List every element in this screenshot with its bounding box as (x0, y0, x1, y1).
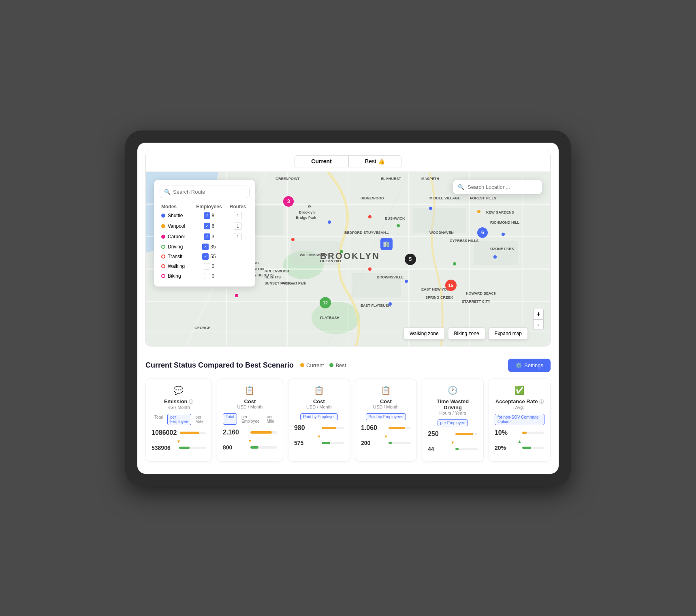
section-title: Current Status Compared to Best Scenario (145, 361, 294, 370)
bottom-section: Current Status Compared to Best Scenario… (145, 355, 551, 466)
mode-employees-cell[interactable]: ✓3 (192, 231, 226, 242)
card-current-row: 1.060 (361, 424, 411, 432)
search-location-panel[interactable]: 🔍 (453, 180, 542, 194)
card-best-row: 575 (294, 440, 344, 446)
trend-arrow-down: ▼ (294, 434, 344, 439)
checkbox-checked[interactable]: ✓ (204, 223, 210, 229)
metric-card-2: 📋 Cost USD / Month Paid by Employer 980 … (288, 379, 350, 462)
section-header: Current Status Compared to Best Scenario… (145, 359, 551, 372)
card-current-value: 250 (428, 430, 452, 438)
mode-label-cell: Biking (160, 271, 192, 281)
card-best-value: 538906 (152, 445, 176, 451)
best-bar-track (522, 447, 544, 449)
tab-best[interactable]: Best 👍 (348, 155, 401, 167)
device-screen: Current Best 👍 (137, 143, 559, 474)
checkbox-empty[interactable] (204, 273, 210, 279)
tab-bar: Current Best 👍 (146, 151, 550, 172)
map-dot-4 (429, 207, 432, 210)
card-tab[interactable]: Paid by Employer (300, 413, 337, 420)
legend-best: Best (329, 362, 346, 368)
mode-routes-cell: 1 (226, 210, 250, 221)
mode-employees-cell[interactable]: 0 (192, 271, 226, 281)
mode-label-cell: Walking (160, 261, 192, 271)
card-tabs: Totalper Employeeper Mile (152, 414, 206, 425)
map-dot-13 (235, 294, 238, 297)
current-bar-track (389, 427, 411, 429)
search-route-panel: 🔍 Modes Employees Routes Shut (154, 180, 255, 287)
map-bottom-buttons: Walking zone Biking zone Expand map (404, 327, 528, 340)
expand-map-btn[interactable]: Expand map (489, 327, 528, 340)
map-container: ELMHURST MASPETH GREENPOINT RIDGEWOOD MI… (146, 172, 550, 346)
map-pin-3[interactable]: 3 (283, 196, 294, 207)
zoom-in-btn[interactable]: + (533, 309, 544, 319)
best-bar-track (250, 446, 277, 449)
card-subtitle: Hours / Years (428, 411, 478, 415)
card-best-row: 20% (495, 445, 544, 451)
metric-card-4: 🕐 Time Wasted Driving Hours / Years per … (422, 379, 484, 462)
card-tab[interactable]: per Employee (438, 419, 468, 426)
card-tab[interactable]: per Mile (193, 414, 206, 425)
card-tab[interactable]: per Mile (264, 413, 277, 425)
mode-employees-cell[interactable]: ✓8 (192, 210, 226, 221)
checkbox-checked[interactable]: ✓ (204, 212, 210, 219)
mode-label-cell: Transit (160, 252, 192, 261)
card-tab[interactable]: per Employee (167, 414, 191, 425)
card-icon: 📋 (361, 385, 411, 395)
tab-current[interactable]: Current (295, 155, 348, 167)
current-bar-track (180, 432, 206, 434)
settings-button[interactable]: ⚙️ Settings (508, 359, 551, 372)
info-icon: ⓘ (539, 399, 544, 404)
checkbox-checked[interactable]: ✓ (202, 244, 209, 250)
zoom-out-btn[interactable]: - (533, 319, 544, 330)
card-tab[interactable]: per Employee (239, 413, 262, 425)
card-tab[interactable]: Total (223, 413, 237, 425)
mode-employees-cell[interactable]: ✓6 (192, 221, 226, 231)
checkbox-checked[interactable]: ✓ (202, 253, 209, 260)
current-bar-fill (522, 432, 527, 434)
metric-card-3: 📋 Cost USD / Month Paid by Employees 1.0… (355, 379, 417, 462)
card-title: Emission ⓘ (152, 398, 206, 405)
checkbox-empty[interactable] (204, 263, 210, 270)
map-pin-15[interactable]: 15 (445, 280, 457, 291)
legend-best-label: Best (335, 362, 346, 368)
mode-row-biking: Biking 0 (160, 271, 250, 281)
info-icon: ⓘ (189, 399, 193, 404)
employees-value: 0 (212, 273, 215, 279)
card-icon: 🕐 (428, 385, 478, 395)
mode-routes-cell: 1 (226, 221, 250, 231)
mode-employees-cell[interactable]: ✓55 (192, 252, 226, 261)
modes-table: Modes Employees Routes Shuttle ✓81 Vanpo… (160, 203, 250, 281)
card-tab[interactable]: Paid by Employees (366, 413, 406, 420)
biking-zone-btn[interactable]: Biking zone (448, 327, 485, 340)
current-bar-track (250, 431, 277, 434)
card-tab[interactable]: Total (152, 414, 166, 425)
map-pin-building[interactable]: 🏢 (380, 238, 393, 250)
checkbox-checked[interactable]: ✓ (204, 233, 210, 240)
mode-employees-cell[interactable]: ✓35 (192, 242, 226, 252)
search-route-input[interactable] (173, 189, 245, 195)
card-current-row: 250 (428, 430, 478, 438)
card-tab[interactable]: for non-SOV Commute Options (495, 414, 544, 425)
routes-value: 1 (234, 233, 242, 240)
walking-zone-btn[interactable]: Walking zone (404, 327, 445, 340)
employees-value: 0 (212, 263, 215, 269)
mode-employees-cell[interactable]: 0 (192, 261, 226, 271)
employees-value: 6 (212, 223, 215, 229)
map-pin-5[interactable]: 5 (405, 254, 416, 265)
zoom-controls: + - (533, 309, 544, 330)
mode-name: Vanpool (168, 223, 185, 229)
best-bar-track (455, 448, 478, 450)
device-frame: Current Best 👍 (125, 130, 571, 486)
metric-card-5: ✅ Acceptance Rate ⓘ Avg. for non-SOV Com… (489, 379, 551, 462)
search-route-input-wrap[interactable]: 🔍 (160, 186, 250, 198)
map-dot-2 (368, 215, 371, 218)
employees-header: Employees (192, 203, 226, 210)
mode-label-cell: Shuttle (160, 210, 192, 221)
card-best-value: 800 (223, 444, 247, 451)
card-icon: 📋 (223, 385, 277, 395)
employees-value: 3 (212, 234, 215, 240)
search-location-input[interactable] (468, 184, 537, 190)
section-header-left: Current Status Compared to Best Scenario… (145, 361, 346, 370)
current-bar-fill (455, 433, 473, 435)
modes-header: Modes (160, 203, 192, 210)
